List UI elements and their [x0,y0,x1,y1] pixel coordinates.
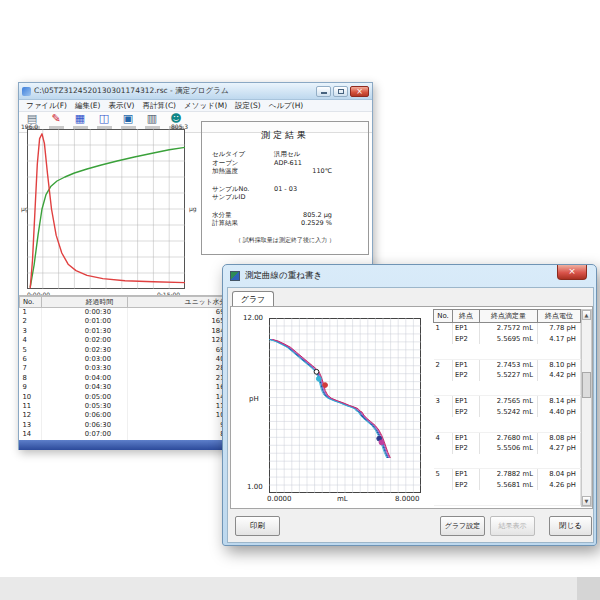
group-spacer [434,417,581,432]
tab-page-graph: 12.00 pH 1.00 0.0000 mL 8.0000 No.終点終点滴定… [230,306,593,509]
result-value: ADP-611 [274,159,358,168]
result-label: 水分量 [212,211,274,220]
screen: C:\05TZ3124520130301174312.rsc - 滴定プログラム… [0,0,600,600]
curve-overlay-dialog: 測定曲線の重ね書き × グラフ 12.00 pH 1.00 0.0000 mL … [222,264,597,546]
group-spacer [434,381,581,396]
menu-item-0[interactable]: ファイル(F) [22,101,71,111]
titration-graph-plot [269,318,421,493]
ep-marker [316,376,321,381]
moisture-chart: 196.0 805.3 μg μg 0:00:00 0:15:00 [19,121,205,299]
result-label: サンプルID [212,193,274,202]
results-note: （ 試料採取量は測定終了後に入力 ） [202,236,368,245]
menu-item-3[interactable]: 再計算(C) [138,101,180,111]
menu-item-4[interactable]: メソッド(M) [180,101,231,111]
result-value: 110℃ [274,167,358,176]
app-icon [22,87,31,96]
menu-item-2[interactable]: 表示(V) [104,101,138,111]
table-header-row: No.終点終点滴定量終点電位 [434,310,581,323]
graph-settings-button[interactable]: グラフ設定 [440,516,485,536]
result-row: オーブンADP-611 [202,159,368,168]
table-row[interactable]: 3EP12.7565 mL8.14 pH [434,396,581,407]
table-row[interactable]: EP25.5227 mL4.42 pH [434,370,581,381]
result-value [274,193,358,202]
menu-item-5[interactable]: 設定(S) [231,101,265,111]
back-window-title: C:\05TZ3124520130301174312.rsc - 滴定プログラム [34,86,316,96]
x-axis-max-label: 8.0000 [395,495,420,503]
result-value: 805.2 μg [274,211,358,220]
menu-item-1[interactable]: 編集(E) [71,101,105,111]
footer-right-block [577,577,600,600]
close-icon[interactable]: × [557,265,587,280]
column-header[interactable]: 終点電位 [538,310,581,323]
table-row[interactable]: EP25.5242 mL4.40 pH [434,407,581,418]
tab-graph[interactable]: グラフ [232,291,274,307]
result-display-button: 結果表示 [490,516,535,536]
dialog-title-bar[interactable]: 測定曲線の重ね書き [223,265,596,286]
measurement-results-panel: 測定結果 セルタイプ汎用セルオーブンADP-611加熱温度110℃サンプルNo.… [201,121,369,255]
table-row[interactable]: 2EP12.7453 mL8.10 pH [434,359,581,370]
y-axis-max-label: 12.00 [243,314,263,322]
x-axis-min-label: 0.0000 [267,495,292,503]
group-spacer [434,344,581,359]
result-label: 計算結果 [212,219,274,228]
column-header[interactable]: No. [20,297,42,308]
result-label: セルタイプ [212,150,274,159]
close-dialog-button[interactable]: 閉じる [549,516,592,536]
ep-marker [379,440,384,445]
result-label: オーブン [212,159,274,168]
right-axis-unit-label: μg [189,205,197,212]
ep-marker [314,369,319,374]
dialog-icon [230,271,240,281]
back-title-bar[interactable]: C:\05TZ3124520130301174312.rsc - 滴定プログラム… [19,83,372,100]
menu-item-6[interactable]: ヘルプ(H) [265,101,308,111]
table-row[interactable]: 5EP12.7882 mL8.04 pH [434,469,581,480]
column-header[interactable]: 経過時間 [42,297,128,308]
endpoint-table: No.終点終点滴定量終点電位1EP12.7572 mL7.78 pHEP25.5… [433,309,592,507]
dialog-title: 測定曲線の重ね書き [245,270,322,282]
result-value: 汎用セル [274,150,358,159]
result-row: 計算結果0.2529 % [202,219,368,228]
table-row[interactable]: 1EP12.7572 mL7.78 pH [434,323,581,334]
y-axis-min-label: 1.00 [247,483,263,491]
table-row[interactable]: EP25.5506 mL4.27 pH [434,443,581,454]
ep-marker [323,383,328,388]
result-value: 0.2529 % [274,219,358,228]
result-value: 01 - 03 [274,185,358,194]
group-spacer [434,454,581,469]
minimize-icon[interactable] [316,86,331,97]
dialog-body: グラフ 12.00 pH 1.00 0.0000 mL 8.0000 No.終点… [227,287,594,543]
scroll-up-icon[interactable]: ▲ [582,310,591,320]
column-header[interactable]: 終点 [453,310,480,323]
x-axis-title: mL [337,495,348,503]
result-row: 加熱温度110℃ [202,167,368,176]
print-button[interactable]: 印刷 [235,516,280,536]
maximize-icon[interactable] [333,86,348,97]
close-icon[interactable]: × [350,86,369,97]
table-row[interactable]: EP25.5681 mL4.26 pH [434,480,581,491]
column-header[interactable]: 終点滴定量 [480,310,538,323]
result-label: サンプルNo. [212,185,274,194]
result-row: 水分量805.2 μg [202,211,368,220]
menu-bar: ファイル(F)編集(E)表示(V)再計算(C)メソッド(M)設定(S)ヘルプ(H… [19,100,372,112]
scrollbar[interactable]: ▲ ▼ [581,309,592,507]
result-row: セルタイプ汎用セル [202,150,368,159]
group-spacer [434,490,581,505]
table-row[interactable]: EP25.5695 mL4.17 pH [434,334,581,345]
result-label: 加熱温度 [212,167,274,176]
page-footer-bar [0,577,600,600]
scroll-down-icon[interactable]: ▼ [582,496,591,506]
scroll-thumb[interactable] [582,372,591,398]
y-axis-title: pH [249,395,259,403]
table-row[interactable]: 4EP12.7680 mL8.08 pH [434,432,581,443]
result-row: サンプルNo.01 - 03 [202,185,368,194]
result-row: サンプルID [202,193,368,202]
column-header[interactable]: No. [434,310,453,323]
results-title: 測定結果 [202,129,368,142]
moisture-chart-plot [27,129,185,289]
